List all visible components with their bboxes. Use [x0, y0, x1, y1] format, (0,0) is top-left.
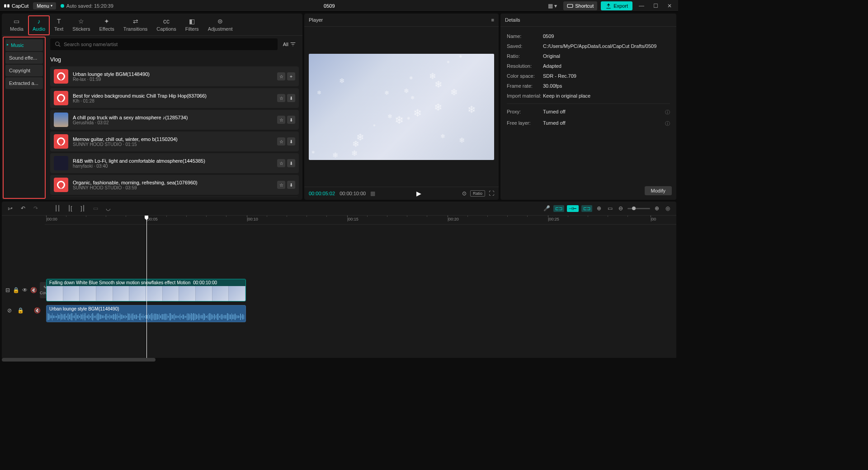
detail-label: Resolution: — [507, 63, 543, 69]
add-button[interactable]: ⬇ — [287, 181, 295, 189]
undo-button[interactable]: ↶ — [19, 204, 27, 212]
detail-value: 30.00fps — [543, 83, 562, 89]
zoom-fit[interactable]: ◎ — [664, 204, 672, 212]
song-item[interactable]: Organic, fashionable, morning, refreshin… — [50, 175, 299, 195]
search-input[interactable] — [64, 42, 273, 47]
export-button[interactable]: Export — [601, 1, 632, 10]
mic-icon[interactable]: 🎤 — [542, 204, 551, 212]
zoom-out[interactable]: ⊖ — [617, 204, 625, 212]
close-button[interactable]: ✕ — [665, 3, 675, 9]
minimize-button[interactable]: — — [636, 3, 647, 9]
delete-tool[interactable]: ▭ — [91, 204, 99, 212]
split-left-tool[interactable]: ⎮[ — [66, 204, 74, 212]
detail-label: Saved: — [507, 43, 543, 49]
magnet-tool-3[interactable]: ⊏⊐ — [581, 205, 592, 212]
grid-icon[interactable]: ▦ — [370, 190, 375, 197]
layout-icon[interactable]: ▦ ▾ — [545, 3, 560, 9]
favorite-button[interactable]: ☆ — [277, 72, 285, 80]
add-button[interactable]: ⬇ — [287, 116, 295, 124]
fullscreen-icon[interactable]: ⛶ — [489, 190, 494, 197]
audio-mute-icon[interactable]: 🔇 — [33, 306, 41, 315]
ratio-button[interactable]: Ratio — [470, 190, 485, 197]
detail-label: Frame rate: — [507, 83, 543, 89]
marker-tool[interactable]: ◡ — [104, 204, 112, 212]
track-mute-icon[interactable]: 🔇 — [30, 286, 37, 294]
tab-transitions[interactable]: ⇄Transitions — [119, 15, 152, 35]
adjustment-icon: ⊜ — [216, 17, 224, 25]
song-thumbnail — [54, 91, 68, 105]
player-viewport[interactable]: ❄❄❄❄❄❄❄❄❄❄❄❄❄❄❄❄❄❄❄❄❄❄❄❄❄ — [309, 54, 494, 160]
favorite-button[interactable]: ☆ — [277, 116, 285, 124]
song-title: Urban lounge style BGM(1148490) — [73, 71, 273, 77]
sidebar-item-music[interactable]: Music — [5, 39, 43, 51]
favorite-button[interactable]: ☆ — [277, 137, 285, 146]
tab-text[interactable]: TText — [50, 15, 68, 35]
tab-captions[interactable]: ccCaptions — [152, 15, 180, 35]
song-item[interactable]: Urban lounge style BGM(1148490)Re-lax · … — [50, 66, 299, 86]
song-title: R&B with Lo-Fi, light and comfortable at… — [73, 158, 273, 164]
audio-category-sidebar: MusicSound effe...CopyrightExtracted a..… — [3, 37, 46, 199]
focus-icon[interactable]: ⊙ — [462, 190, 467, 197]
time-total: 00:00:10:00 — [340, 191, 366, 196]
text-icon: T — [55, 17, 63, 25]
player-title: Player — [309, 17, 323, 23]
magnet-tool-2[interactable]: ⊣⊢ — [567, 205, 579, 212]
info-icon[interactable]: ⓘ — [665, 109, 670, 116]
captions-icon: cc — [162, 17, 170, 25]
song-item[interactable]: A chill pop truck with a sexy atmosphere… — [50, 110, 299, 130]
align-tool[interactable]: ⊕ — [595, 204, 603, 212]
tab-effects[interactable]: ✦Effects — [94, 15, 118, 35]
video-clip[interactable]: Falling down White Blue Smooth slow moti… — [46, 279, 246, 301]
modify-button[interactable]: Modify — [645, 186, 672, 195]
audio-icon: ♪ — [35, 17, 43, 25]
sidebar-item-soundeffe[interactable]: Sound effe... — [5, 52, 43, 64]
playhead[interactable] — [146, 216, 147, 358]
search-box[interactable] — [50, 38, 278, 50]
tab-media[interactable]: ▭Media — [5, 15, 28, 35]
song-item[interactable]: R&B with Lo-Fi, light and comfortable at… — [50, 153, 299, 173]
pointer-tool[interactable]: ▹▾ — [6, 204, 14, 212]
timeline-scrollbar[interactable] — [2, 358, 676, 362]
player-menu-icon[interactable]: ≡ — [491, 17, 494, 23]
shortcut-button[interactable]: Shortcut — [563, 1, 597, 10]
detail-value: Turned off — [543, 120, 566, 127]
add-button[interactable]: ⬇ — [287, 137, 295, 146]
split-right-tool[interactable]: ]⎮ — [79, 204, 87, 212]
effects-icon: ✦ — [103, 17, 111, 25]
split-tool[interactable]: ⎮⎮ — [53, 204, 61, 212]
add-button[interactable]: ⬇ — [287, 94, 295, 102]
magnet-tool-1[interactable]: ⊏⊐ — [553, 205, 564, 212]
zoom-slider[interactable] — [627, 208, 650, 209]
favorite-button[interactable]: ☆ — [277, 181, 285, 189]
favorite-button[interactable]: ☆ — [277, 159, 285, 167]
add-button[interactable]: + — [287, 72, 295, 80]
preview-tool[interactable]: ▭ — [606, 204, 614, 212]
song-item[interactable]: Best for video background music Chill Tr… — [50, 88, 299, 108]
add-button[interactable]: ⬇ — [287, 159, 295, 167]
tab-adjustment[interactable]: ⊜Adjustment — [203, 15, 237, 35]
detail-value: 0509 — [543, 33, 554, 39]
audio-lock-icon[interactable]: 🔒 — [16, 306, 24, 315]
audio-track-icon[interactable]: ⊘ — [5, 306, 14, 315]
audio-clip[interactable]: Urban lounge style BGM(1148490) — [46, 305, 246, 322]
song-title: Organic, fashionable, morning, refreshin… — [73, 180, 273, 185]
track-toggle-icon[interactable]: ⊟ — [5, 286, 10, 294]
track-visible-icon[interactable]: 👁 — [22, 286, 28, 294]
info-icon[interactable]: ⓘ — [665, 120, 670, 127]
play-button[interactable]: ▶ — [380, 190, 458, 197]
filter-all-button[interactable]: All — [280, 39, 299, 49]
ruler-tick: |00:10 — [247, 217, 258, 221]
tab-stickers[interactable]: ☆Stickers — [68, 15, 94, 35]
tab-filters[interactable]: ◧Filters — [181, 15, 203, 35]
song-item[interactable]: Merrow guitar, chill out, winter, emo b(… — [50, 132, 299, 151]
song-item[interactable]: A cute song with a sparkling ukulele-lik… — [50, 197, 299, 197]
sidebar-item-extracteda[interactable]: Extracted a... — [5, 77, 43, 89]
maximize-button[interactable]: ☐ — [651, 3, 661, 9]
favorite-button[interactable]: ☆ — [277, 94, 285, 102]
tab-audio[interactable]: ♪Audio — [28, 15, 50, 35]
track-lock-icon[interactable]: 🔒 — [13, 286, 19, 294]
redo-button[interactable]: ↷ — [32, 204, 40, 212]
zoom-in[interactable]: ⊕ — [653, 204, 661, 212]
sidebar-item-copyright[interactable]: Copyright — [5, 65, 43, 76]
menu-button[interactable]: Menu▾ — [33, 2, 56, 9]
